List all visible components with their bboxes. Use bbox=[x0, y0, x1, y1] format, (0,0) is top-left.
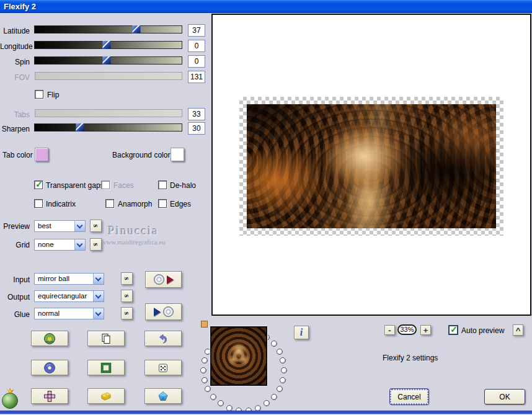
preview-image[interactable] bbox=[247, 104, 496, 228]
spin-label: Spin bbox=[0, 58, 30, 66]
ring-dot bbox=[280, 357, 286, 364]
zoom-in-button[interactable]: + bbox=[420, 325, 431, 335]
preview-surprise-button[interactable]: s bbox=[90, 220, 102, 232]
collapse-button[interactable]: ^ bbox=[513, 324, 523, 336]
copy-pages-icon bbox=[100, 332, 112, 345]
output-select-arrow[interactable] bbox=[93, 291, 104, 301]
zoom-out-button[interactable]: - bbox=[384, 325, 395, 335]
preview-select-arrow[interactable] bbox=[74, 221, 85, 231]
save-to-disk-button[interactable] bbox=[145, 303, 182, 320]
tabs-value[interactable]: 33 bbox=[188, 108, 205, 120]
input-label: Input bbox=[0, 275, 30, 284]
chevron-down-icon bbox=[77, 241, 83, 248]
blue-play-triangle-icon bbox=[154, 308, 161, 316]
latitude-slider[interactable] bbox=[34, 25, 182, 33]
fov-slider bbox=[35, 72, 182, 80]
glue-select[interactable]: normal bbox=[34, 308, 104, 319]
longitude-slider[interactable] bbox=[34, 41, 182, 49]
cheese-block-icon bbox=[100, 390, 112, 403]
longitude-label: Longitude bbox=[0, 42, 30, 51]
glue-select-value: normal bbox=[38, 310, 60, 317]
copy-button[interactable] bbox=[87, 331, 125, 346]
undo-button[interactable] bbox=[144, 331, 182, 346]
flexify-dialog: Flexify 2 Latitude 37 Longitude 0 Spin 0… bbox=[0, 0, 532, 415]
glue-select-arrow[interactable] bbox=[93, 308, 104, 319]
latitude-label: Latitude bbox=[0, 27, 30, 35]
grid-select-arrow[interactable] bbox=[74, 239, 85, 250]
output-surprise-button[interactable]: s bbox=[121, 290, 133, 302]
grid-select[interactable]: none bbox=[34, 239, 86, 251]
chevron-down-icon bbox=[95, 310, 102, 316]
load-from-disk-button[interactable] bbox=[145, 271, 182, 288]
sharpen-slider[interactable] bbox=[34, 123, 182, 132]
ring-dot bbox=[271, 341, 277, 347]
indicatrix-checkbox[interactable] bbox=[34, 199, 43, 208]
ring-dot bbox=[281, 367, 287, 373]
ring-dot bbox=[218, 400, 224, 406]
input-select[interactable]: mirror ball bbox=[34, 273, 104, 285]
output-select[interactable]: equirectangular bbox=[34, 290, 104, 302]
navigator-thumbnail[interactable] bbox=[210, 326, 267, 386]
input-select-arrow[interactable] bbox=[93, 274, 104, 284]
square-frame-button[interactable] bbox=[87, 360, 125, 375]
cube-net-button[interactable] bbox=[31, 388, 68, 404]
titlebar[interactable]: Flexify 2 bbox=[0, 0, 532, 13]
anamorph-checkbox[interactable] bbox=[105, 199, 114, 208]
latitude-slider-marker[interactable] bbox=[132, 25, 140, 33]
output-label: Output bbox=[0, 293, 30, 301]
s-glyph: s bbox=[91, 224, 101, 227]
cheese-button[interactable] bbox=[87, 388, 125, 404]
latitude-value[interactable]: 37 bbox=[188, 24, 205, 37]
chevron-down-icon bbox=[95, 275, 102, 282]
edges-label: Edges bbox=[170, 200, 191, 208]
cube-net-cross-icon bbox=[43, 390, 56, 403]
preview-select-value: best bbox=[38, 222, 51, 230]
auto-preview-checkbox[interactable] bbox=[448, 325, 458, 335]
minus-glyph: - bbox=[388, 326, 391, 335]
longitude-value[interactable]: 0 bbox=[188, 40, 205, 52]
glue-surprise-button[interactable]: s bbox=[121, 307, 133, 319]
background-color-swatch[interactable] bbox=[171, 148, 184, 161]
preview-select[interactable]: best bbox=[34, 220, 86, 232]
grid-surprise-button[interactable]: s bbox=[90, 238, 102, 251]
ok-button[interactable]: OK bbox=[484, 389, 525, 404]
fov-value[interactable]: 131 bbox=[188, 71, 205, 83]
tab-color-swatch[interactable] bbox=[35, 148, 48, 161]
caret-up-glyph: ^ bbox=[516, 326, 521, 335]
spin-slider-marker[interactable] bbox=[103, 56, 111, 65]
background-color-label: Background color bbox=[112, 151, 169, 159]
spin-value[interactable]: 0 bbox=[188, 55, 205, 68]
chevron-down-icon bbox=[77, 223, 83, 229]
faces-label: Faces bbox=[113, 181, 134, 190]
zoom-level[interactable]: 33% bbox=[397, 324, 417, 335]
dehalo-checkbox[interactable] bbox=[158, 181, 167, 189]
random-dice-button[interactable] bbox=[144, 360, 182, 375]
sharpen-value[interactable]: 30 bbox=[188, 122, 205, 135]
ring-dot bbox=[264, 400, 270, 406]
torus-icon bbox=[43, 362, 56, 374]
torus-button[interactable] bbox=[31, 360, 68, 375]
transparent-gaps-checkbox[interactable] bbox=[34, 181, 43, 189]
output-select-value: equirectangular bbox=[38, 292, 87, 300]
ring-dot bbox=[271, 394, 277, 400]
planet-button[interactable] bbox=[31, 331, 68, 346]
plus-glyph: + bbox=[423, 326, 428, 335]
tabs-slider bbox=[35, 109, 182, 117]
spin-slider[interactable] bbox=[34, 56, 182, 65]
flip-checkbox[interactable] bbox=[35, 90, 43, 99]
dice-icon bbox=[157, 362, 169, 374]
polyhedron-button[interactable] bbox=[144, 388, 182, 404]
info-button[interactable]: i bbox=[294, 326, 309, 339]
input-surprise-button[interactable]: s bbox=[121, 272, 133, 285]
edges-checkbox[interactable] bbox=[158, 199, 167, 208]
ring-dot bbox=[210, 394, 216, 400]
planet-icon bbox=[43, 332, 56, 345]
cancel-button[interactable]: Cancel bbox=[390, 389, 428, 404]
sharpen-slider-marker[interactable] bbox=[76, 123, 84, 132]
cd-icon bbox=[154, 274, 164, 285]
ring-dot bbox=[202, 357, 208, 364]
s-glyph: s bbox=[122, 294, 132, 297]
faces-checkbox bbox=[101, 181, 110, 189]
ring-dot bbox=[202, 377, 208, 383]
longitude-slider-marker[interactable] bbox=[103, 41, 111, 49]
